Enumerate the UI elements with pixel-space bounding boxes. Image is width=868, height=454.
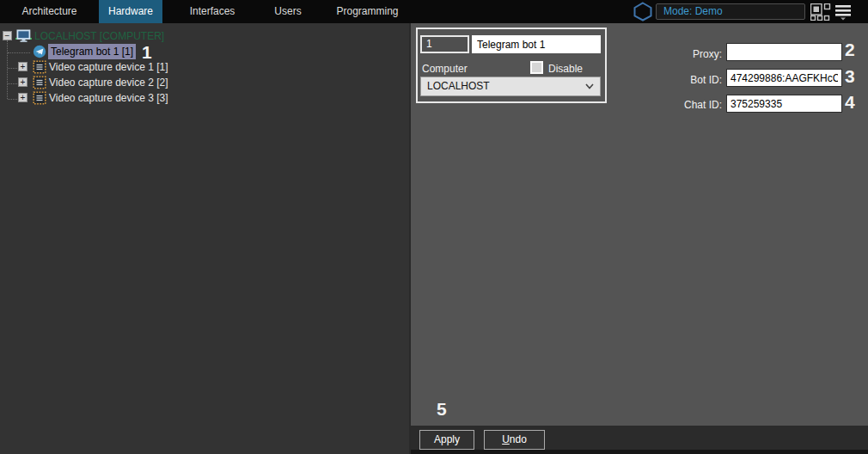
annotation-callout-4: 4 [845, 92, 855, 113]
hexagon-logo-icon [633, 2, 653, 21]
action-bar: Apply Undo [411, 426, 868, 450]
proxy-label: Proxy: [660, 48, 722, 60]
apply-button[interactable]: Apply [419, 430, 474, 450]
chat-id-label: Chat ID: [660, 99, 722, 111]
tree-label-telegram-bot[interactable]: Telegram bot 1 [1] [48, 44, 136, 59]
chip-icon [33, 60, 46, 74]
tree-label-video-device-3[interactable]: Video capture device 3 [3] [49, 90, 168, 106]
settings-panel: 1 Computer Disable LOCALHOST Proxy: 2 Bo… [411, 23, 868, 454]
disable-label: Disable [548, 63, 583, 75]
computer-select-value: LOCALHOST [427, 80, 490, 92]
tree-row-video-device-2[interactable]: + Video capture device 2 [2] [0, 75, 409, 90]
layout-grid-icon[interactable] [810, 3, 832, 21]
proxy-input[interactable] [726, 43, 842, 61]
module-header-box: 1 Computer Disable LOCALHOST [416, 28, 607, 103]
tab-users[interactable]: Users [262, 0, 314, 23]
module-index-field[interactable]: 1 [420, 35, 469, 53]
module-name-input[interactable] [472, 35, 601, 53]
undo-label-rest: ndo [510, 433, 527, 445]
computer-select[interactable]: LOCALHOST [420, 77, 601, 96]
chevron-down-icon [585, 83, 594, 89]
chip-icon [33, 91, 46, 105]
chat-id-input[interactable] [726, 95, 842, 113]
annotation-callout-1: 1 [142, 42, 152, 63]
computer-label: Computer [422, 63, 468, 75]
window-bottom-edge [411, 450, 868, 454]
bot-id-input[interactable] [726, 69, 842, 87]
tab-interfaces[interactable]: Interfaces [162, 0, 262, 23]
tree-row-video-device-3[interactable]: + Video capture device 3 [3] [0, 90, 409, 106]
undo-button[interactable]: Undo [484, 430, 545, 450]
expand-plus-icon[interactable]: + [18, 62, 28, 71]
chip-icon [33, 76, 46, 89]
computer-icon [15, 29, 32, 43]
tree-row-localhost[interactable]: − LOCALHOST [COMPUTER] [0, 28, 409, 44]
expand-plus-icon[interactable]: + [18, 93, 28, 102]
bot-id-label: Bot ID: [660, 74, 722, 86]
tree-row-telegram-bot[interactable]: Telegram bot 1 [1] [0, 44, 409, 59]
tab-programming[interactable]: Programming [314, 0, 421, 23]
mode-indicator[interactable]: Mode: Demo [656, 3, 805, 20]
mode-label: Mode: Demo [663, 5, 723, 17]
tab-architecture[interactable]: Architecture [0, 0, 99, 23]
tab-hardware[interactable]: Hardware [99, 0, 162, 23]
collapse-expander-icon[interactable]: − [3, 31, 12, 40]
annotation-callout-5: 5 [437, 399, 447, 420]
tree-label-video-device-2[interactable]: Video capture device 2 [2] [49, 75, 168, 90]
expand-plus-icon[interactable]: + [18, 77, 28, 87]
undo-label-underline: U [502, 433, 510, 445]
tree-row-video-device-1[interactable]: + Video capture device 1 [1] [0, 59, 409, 75]
telegram-icon [33, 45, 46, 58]
topbar: Architecture Hardware Interfaces Users P… [0, 0, 868, 23]
hamburger-menu-icon[interactable] [834, 4, 852, 21]
device-tree-panel: − LOCALHOST [COMPUTER] Telegram bot 1 [1… [0, 23, 411, 454]
annotation-callout-2: 2 [845, 40, 855, 60]
disable-checkbox[interactable] [530, 61, 543, 74]
annotation-callout-3: 3 [845, 66, 855, 87]
